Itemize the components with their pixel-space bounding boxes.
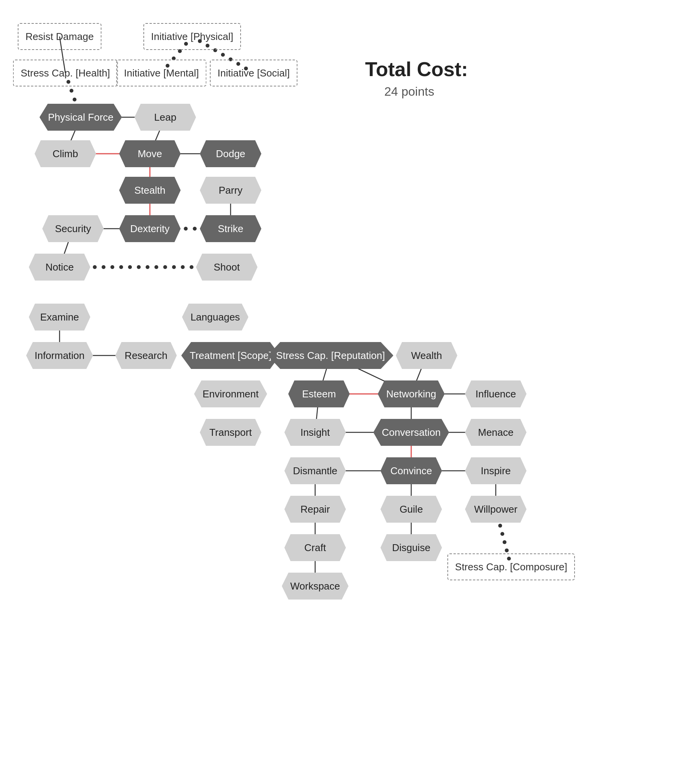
node-label-physical-force: Physical Force xyxy=(40,104,122,131)
node-label-esteem: Esteem xyxy=(288,380,350,407)
svg-point-72 xyxy=(498,524,502,528)
node-label-willpower: Willpower xyxy=(465,496,527,523)
node-leap[interactable]: Leap xyxy=(135,104,196,131)
node-label-research: Research xyxy=(115,342,177,369)
node-environment[interactable]: Environment xyxy=(194,380,267,407)
svg-point-37 xyxy=(93,265,97,269)
node-guile[interactable]: Guile xyxy=(380,496,442,523)
node-information[interactable]: Information xyxy=(26,342,93,369)
svg-point-13 xyxy=(70,89,73,93)
svg-point-46 xyxy=(172,265,176,269)
svg-point-7 xyxy=(221,53,225,57)
node-move[interactable]: Move xyxy=(119,140,181,167)
node-initiative-mental[interactable]: Initiative [Mental] xyxy=(116,60,206,86)
svg-point-45 xyxy=(163,265,167,269)
node-inspire[interactable]: Inspire xyxy=(465,457,527,484)
node-label-conversation: Conversation xyxy=(373,419,449,446)
node-label-climb: Climb xyxy=(35,140,96,167)
node-label-guile: Guile xyxy=(380,496,442,523)
node-menace[interactable]: Menace xyxy=(465,419,527,446)
node-transport[interactable]: Transport xyxy=(200,419,261,446)
node-workspace[interactable]: Workspace xyxy=(282,573,349,600)
svg-point-43 xyxy=(146,265,149,269)
node-label-dismantle: Dismantle xyxy=(284,457,346,484)
node-label-disguise: Disguise xyxy=(380,534,442,561)
node-treatment-scope[interactable]: Treatment [Scope] xyxy=(181,342,280,369)
svg-point-44 xyxy=(154,265,158,269)
node-networking[interactable]: Networking xyxy=(378,380,445,407)
node-label-notice: Notice xyxy=(29,254,90,281)
node-craft[interactable]: Craft xyxy=(284,534,346,561)
node-label-environment: Environment xyxy=(194,380,267,407)
svg-point-42 xyxy=(137,265,141,269)
node-stress-reputation[interactable]: Stress Cap. [Reputation] xyxy=(267,342,393,369)
node-examine[interactable]: Examine xyxy=(29,304,90,331)
node-label-parry: Parry xyxy=(200,177,261,204)
node-disguise[interactable]: Disguise xyxy=(380,534,442,561)
node-conversation[interactable]: Conversation xyxy=(373,419,449,446)
node-notice[interactable]: Notice xyxy=(29,254,90,281)
node-label-transport: Transport xyxy=(200,419,261,446)
svg-point-41 xyxy=(128,265,132,269)
node-label-languages: Languages xyxy=(182,304,249,331)
node-label-wealth: Wealth xyxy=(396,342,457,369)
node-label-dexterity: Dexterity xyxy=(119,215,181,242)
node-label-workspace: Workspace xyxy=(282,573,349,600)
node-label-repair: Repair xyxy=(284,496,346,523)
node-languages[interactable]: Languages xyxy=(182,304,249,331)
node-label-strike: Strike xyxy=(200,215,261,242)
node-initiative-physical[interactable]: Initiative [Physical] xyxy=(143,23,241,50)
node-label-inspire: Inspire xyxy=(465,457,527,484)
node-label-move: Move xyxy=(119,140,181,167)
node-label-stress-health: Stress Cap. [Health] xyxy=(13,60,118,86)
svg-point-47 xyxy=(181,265,185,269)
node-parry[interactable]: Parry xyxy=(200,177,261,204)
node-label-insight: Insight xyxy=(284,419,346,446)
svg-point-74 xyxy=(503,540,507,544)
total-cost-label: Total Cost: xyxy=(365,58,468,81)
svg-point-40 xyxy=(119,265,123,269)
node-label-stealth: Stealth xyxy=(119,177,181,204)
node-label-initiative-mental: Initiative [Mental] xyxy=(116,60,206,86)
node-label-initiative-physical: Initiative [Physical] xyxy=(143,23,241,50)
node-label-stress-reputation: Stress Cap. [Reputation] xyxy=(267,342,393,369)
node-dexterity[interactable]: Dexterity xyxy=(119,215,181,242)
node-label-menace: Menace xyxy=(465,419,527,446)
node-research[interactable]: Research xyxy=(115,342,177,369)
svg-point-73 xyxy=(500,532,504,536)
node-label-treatment-scope: Treatment [Scope] xyxy=(181,342,280,369)
node-wealth[interactable]: Wealth xyxy=(396,342,457,369)
node-label-security: Security xyxy=(42,215,104,242)
node-climb[interactable]: Climb xyxy=(35,140,96,167)
node-label-craft: Craft xyxy=(284,534,346,561)
node-stress-health[interactable]: Stress Cap. [Health] xyxy=(13,60,118,86)
node-stealth[interactable]: Stealth xyxy=(119,177,181,204)
node-resist-damage[interactable]: Resist Damage xyxy=(18,23,101,50)
node-strike[interactable]: Strike xyxy=(200,215,261,242)
node-label-influence: Influence xyxy=(465,380,527,407)
svg-point-28 xyxy=(184,227,188,231)
node-shoot[interactable]: Shoot xyxy=(196,254,257,281)
node-influence[interactable]: Influence xyxy=(465,380,527,407)
svg-point-38 xyxy=(101,265,105,269)
node-dismantle[interactable]: Dismantle xyxy=(284,457,346,484)
svg-point-14 xyxy=(73,98,76,101)
node-physical-force[interactable]: Physical Force xyxy=(40,104,122,131)
svg-point-48 xyxy=(189,265,193,269)
node-label-leap: Leap xyxy=(135,104,196,131)
node-label-networking: Networking xyxy=(378,380,445,407)
node-convince[interactable]: Convince xyxy=(380,457,442,484)
node-security[interactable]: Security xyxy=(42,215,104,242)
node-stress-composure[interactable]: Stress Cap. [Composure] xyxy=(447,553,575,580)
node-label-stress-composure: Stress Cap. [Composure] xyxy=(447,553,575,580)
node-label-dodge: Dodge xyxy=(200,140,261,167)
node-repair[interactable]: Repair xyxy=(284,496,346,523)
node-initiative-social[interactable]: Initiative [Social] xyxy=(210,60,297,86)
node-label-initiative-social: Initiative [Social] xyxy=(210,60,297,86)
node-label-shoot: Shoot xyxy=(196,254,257,281)
node-dodge[interactable]: Dodge xyxy=(200,140,261,167)
node-esteem[interactable]: Esteem xyxy=(288,380,350,407)
node-willpower[interactable]: Willpower xyxy=(465,496,527,523)
node-insight[interactable]: Insight xyxy=(284,419,346,446)
skill-tree-canvas: Total Cost: 24 points Resist DamageIniti… xyxy=(0,0,681,784)
